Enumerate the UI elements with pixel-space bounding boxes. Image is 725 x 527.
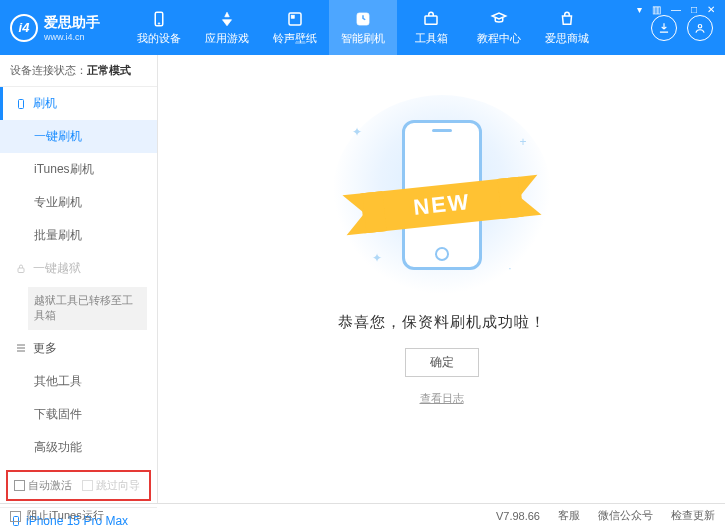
app-url: www.i4.cn	[44, 32, 100, 42]
sidebar-item-batch[interactable]: 批量刷机	[0, 219, 157, 252]
svg-rect-2	[289, 13, 301, 25]
skin-icon[interactable]: ▥	[650, 4, 663, 15]
sidebar-head-flash[interactable]: 刷机	[0, 87, 157, 120]
flash-icon	[354, 10, 372, 28]
update-link[interactable]: 检查更新	[671, 508, 715, 523]
svg-rect-3	[291, 15, 294, 18]
view-log-link[interactable]: 查看日志	[420, 391, 464, 406]
svg-rect-5	[425, 16, 437, 24]
svg-rect-7	[19, 99, 24, 108]
nav-apps[interactable]: 应用游戏	[193, 0, 261, 55]
options-box: 自动激活 跳过向导	[6, 470, 151, 501]
lock-icon	[15, 263, 27, 275]
support-link[interactable]: 客服	[558, 508, 580, 523]
sidebar-item-firmware[interactable]: 下载固件	[0, 398, 157, 431]
success-illustration: ✦ + ✦ · NEW	[332, 95, 552, 295]
wechat-link[interactable]: 微信公众号	[598, 508, 653, 523]
nav-flash[interactable]: 智能刷机	[329, 0, 397, 55]
phone-icon	[15, 98, 27, 110]
download-button[interactable]	[651, 15, 677, 41]
sidebar-item-advanced[interactable]: 高级功能	[0, 431, 157, 464]
minimize-icon[interactable]: —	[669, 4, 683, 15]
nav-toolbox[interactable]: 工具箱	[397, 0, 465, 55]
nav-my-device[interactable]: 我的设备	[125, 0, 193, 55]
apps-icon	[218, 10, 236, 28]
device-icon	[150, 10, 168, 28]
close-icon[interactable]: ✕	[705, 4, 717, 15]
version-label: V7.98.66	[496, 510, 540, 522]
list-icon	[15, 342, 27, 354]
svg-point-6	[698, 24, 702, 28]
sidebar-head-jailbreak: 一键越狱	[0, 252, 157, 285]
navbar: 我的设备 应用游戏 铃声壁纸 智能刷机 工具箱 教程中心 爱思商城	[125, 0, 651, 55]
maximize-icon[interactable]: □	[689, 4, 699, 15]
toolbox-icon	[422, 10, 440, 28]
ok-button[interactable]: 确定	[405, 348, 479, 377]
success-message: 恭喜您，保资料刷机成功啦！	[338, 313, 546, 332]
sidebar: 设备连接状态：正常模式 刷机 一键刷机 iTunes刷机 专业刷机 批量刷机 一…	[0, 55, 158, 503]
skip-setup-checkbox: 跳过向导	[82, 478, 140, 493]
svg-point-1	[158, 22, 160, 24]
store-icon	[558, 10, 576, 28]
user-button[interactable]	[687, 15, 713, 41]
sidebar-item-pro[interactable]: 专业刷机	[0, 186, 157, 219]
svg-rect-8	[18, 268, 24, 273]
wallpaper-icon	[286, 10, 304, 28]
auto-activate-checkbox[interactable]: 自动激活	[14, 478, 72, 493]
logo: i4 爱思助手 www.i4.cn	[0, 14, 125, 42]
connection-status: 设备连接状态：正常模式	[0, 55, 157, 87]
nav-store[interactable]: 爱思商城	[533, 0, 601, 55]
sidebar-item-other[interactable]: 其他工具	[0, 365, 157, 398]
main-panel: ✦ + ✦ · NEW 恭喜您，保资料刷机成功啦！ 确定 查看日志	[158, 55, 725, 503]
nav-ringtones[interactable]: 铃声壁纸	[261, 0, 329, 55]
window-controls: ▾ ▥ — □ ✕	[635, 4, 717, 15]
sidebar-item-oneclick[interactable]: 一键刷机	[0, 120, 157, 153]
block-itunes-checkbox[interactable]: 阻止iTunes运行	[10, 508, 104, 523]
titlebar: ▾ ▥ — □ ✕ i4 爱思助手 www.i4.cn 我的设备 应用游戏 铃声…	[0, 0, 725, 55]
logo-badge: i4	[10, 14, 38, 42]
menu-icon[interactable]: ▾	[635, 4, 644, 15]
app-name: 爱思助手	[44, 14, 100, 32]
sidebar-head-more[interactable]: 更多	[0, 332, 157, 365]
nav-tutorials[interactable]: 教程中心	[465, 0, 533, 55]
sidebar-item-itunes[interactable]: iTunes刷机	[0, 153, 157, 186]
tutorial-icon	[490, 10, 508, 28]
sidebar-jailbreak-note: 越狱工具已转移至工具箱	[28, 287, 147, 330]
